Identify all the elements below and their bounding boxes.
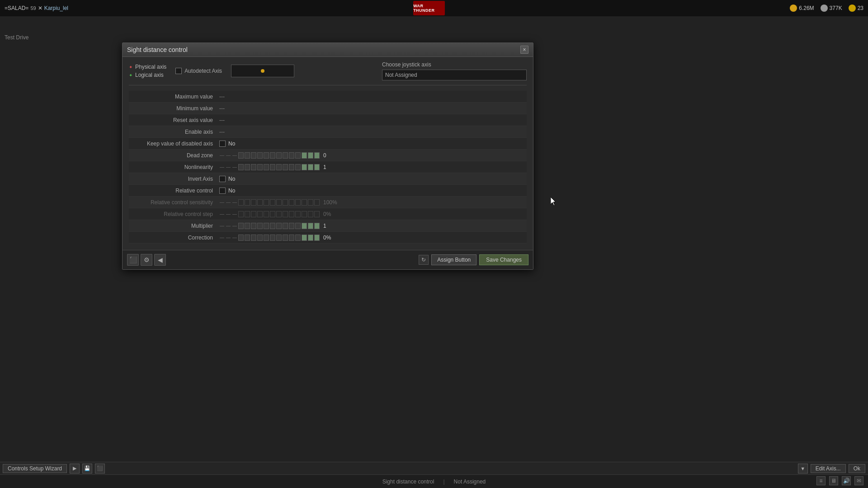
- controls-icon-4[interactable]: ▼: [798, 464, 808, 474]
- controls-icon-3[interactable]: ⬛: [95, 464, 105, 474]
- controls-right-buttons: ▼ Edit Axis... Ok: [798, 464, 865, 474]
- game-logo: WAR THUNDER: [413, 1, 445, 15]
- seg-active: [314, 235, 320, 241]
- footer-right-buttons: ↻ Assign Button Save Changes: [419, 254, 528, 265]
- param-label-relative-sensitivity: Relative control sensitivity: [129, 199, 219, 206]
- slider-dash: —: [232, 223, 237, 229]
- dialog-footer: ⬛ ⚙ ◀ ↻ Assign Button Save Changes: [123, 250, 533, 269]
- autodetect-checkbox[interactable]: [175, 68, 182, 74]
- seg: [270, 211, 275, 217]
- seg: [295, 164, 301, 170]
- gold-icon: [790, 5, 797, 12]
- slider-dash: —: [219, 164, 225, 170]
- choose-axis-dropdown[interactable]: Not Assigned: [382, 70, 527, 80]
- player-area: =SALAD= 59 ✕ Karpiu_lel: [5, 5, 68, 11]
- reset-icon-button[interactable]: ⬛: [127, 254, 139, 266]
- logical-axis-item: ✦ Logical axis: [129, 72, 166, 78]
- seg-active: [308, 164, 313, 170]
- bottom-icon-1[interactable]: ≡: [816, 476, 826, 485]
- dialog-title: Sight distance control: [127, 46, 188, 53]
- autodetect-label: Autodetect Axis: [184, 68, 222, 74]
- controls-wizard-button[interactable]: Controls Setup Wizard: [3, 464, 67, 473]
- bottom-icon-2[interactable]: 🖥: [829, 476, 838, 485]
- close-button[interactable]: ×: [520, 46, 528, 54]
- joystick-center-dot: [261, 69, 264, 73]
- topbar: =SALAD= 59 ✕ Karpiu_lel WAR THUNDER 6.26…: [0, 0, 868, 16]
- bottom-icon-3[interactable]: 🔊: [842, 476, 851, 485]
- seg: [270, 152, 275, 159]
- controls-bar: Controls Setup Wizard ▶ 💾 ⬛ ▼ Edit Axis.…: [0, 462, 868, 474]
- seg: [289, 199, 294, 206]
- seg: [264, 199, 269, 206]
- seg: [264, 164, 269, 170]
- logical-axis-icon: ✦: [129, 73, 132, 78]
- logical-axis-label: Logical axis: [135, 72, 164, 78]
- param-label-correction: Correction: [129, 235, 219, 241]
- nonlinearity-slider[interactable]: — — —: [219, 164, 320, 170]
- silver-value: 377K: [830, 5, 842, 11]
- seg-active: [314, 152, 320, 159]
- physical-axis-label: Physical axis: [135, 64, 166, 70]
- refresh-icon[interactable]: ↻: [419, 255, 429, 265]
- chosen-axis-value: Not Assigned: [385, 72, 417, 78]
- slider-dash: —: [232, 211, 237, 217]
- slider-dash: —: [219, 211, 225, 217]
- seg: [295, 235, 301, 241]
- slider-dash: —: [226, 199, 231, 206]
- axis-legend: ✦ Physical axis ✦ Logical axis: [129, 64, 166, 78]
- assign-button[interactable]: Assign Button: [431, 254, 476, 265]
- back-icon-button[interactable]: ◀: [154, 254, 166, 266]
- seg: [289, 164, 294, 170]
- controls-icon-2[interactable]: 💾: [82, 464, 92, 474]
- slider-dash-2: —: [226, 152, 231, 159]
- axis-header: ✦ Physical axis ✦ Logical axis Autodetec…: [129, 61, 527, 85]
- seg: [295, 211, 301, 217]
- seg: [264, 152, 269, 159]
- seg: [270, 164, 275, 170]
- param-row-keep-disabled: Keep value of disabled axis No: [129, 138, 527, 150]
- seg: [245, 235, 250, 241]
- skull-icon: ✕: [38, 5, 42, 11]
- seg: [295, 223, 301, 229]
- seg: [238, 211, 244, 217]
- copy-icon-button[interactable]: ⚙: [141, 254, 152, 266]
- param-row-relative-control: Relative control No: [129, 185, 527, 197]
- seg: [245, 199, 250, 206]
- correction-slider[interactable]: — — —: [219, 235, 320, 241]
- edit-axis-button[interactable]: Edit Axis...: [811, 464, 846, 473]
- seg-active: [308, 211, 313, 217]
- nonlinearity-value: 1: [323, 164, 350, 170]
- seg: [289, 235, 294, 241]
- relative-control-checkbox[interactable]: [219, 188, 226, 194]
- status-control-name: Sight distance control: [382, 479, 434, 485]
- controls-icon-1[interactable]: ▶: [70, 464, 80, 474]
- slider-dash: —: [232, 164, 237, 170]
- bottom-icon-4[interactable]: ✉: [854, 476, 863, 485]
- seg: [245, 211, 250, 217]
- invert-axis-checkbox[interactable]: [219, 176, 226, 182]
- seg-active: [314, 211, 320, 217]
- seg: [257, 152, 263, 159]
- ok-button[interactable]: Ok: [849, 464, 865, 473]
- status-assignment: Not Assigned: [454, 479, 486, 485]
- slider-dash: —: [219, 199, 225, 206]
- keep-disabled-checkbox[interactable]: [219, 141, 226, 147]
- seg: [276, 211, 282, 217]
- param-row-nonlinearity: Nonlinearity — — —: [129, 161, 527, 173]
- slider-dash: —: [219, 223, 225, 229]
- param-label-relative-step: Relative control step: [129, 211, 219, 217]
- dead-zone-slider[interactable]: — — —: [219, 152, 320, 159]
- seg-active: [302, 152, 307, 159]
- seg: [251, 152, 256, 159]
- seg: [283, 152, 288, 159]
- choose-axis-area: Choose joystick axis Not Assigned: [382, 61, 527, 80]
- slider-dash-1: —: [219, 152, 225, 159]
- slider-dash: —: [226, 211, 231, 217]
- save-changes-button[interactable]: Save Changes: [479, 254, 528, 265]
- topbar-center: WAR THUNDER: [413, 1, 445, 15]
- seg: [289, 211, 294, 217]
- multiplier-value: 1: [323, 223, 350, 229]
- footer-left-icons: ⬛ ⚙ ◀: [127, 254, 166, 266]
- seg: [264, 235, 269, 241]
- multiplier-slider[interactable]: — — —: [219, 223, 320, 229]
